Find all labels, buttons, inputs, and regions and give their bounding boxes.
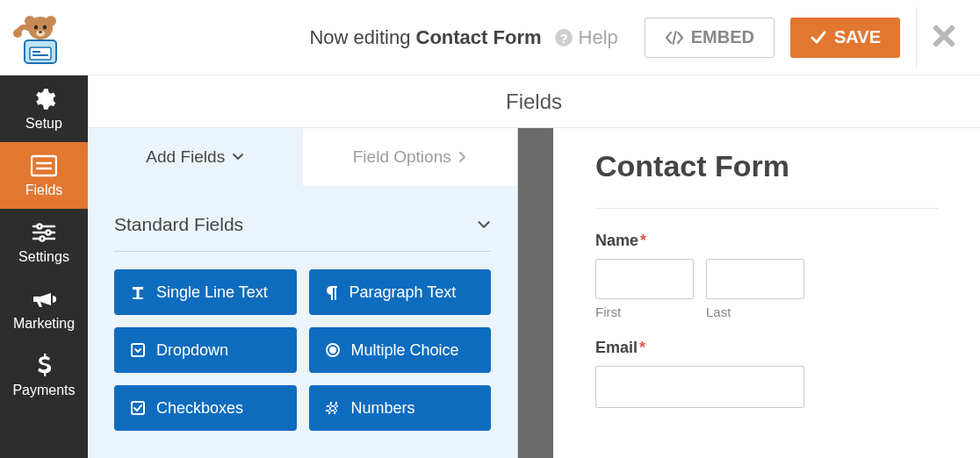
sliders-icon xyxy=(0,219,88,246)
topbar-divider xyxy=(916,7,917,68)
sidebar-item-label: Payments xyxy=(0,383,88,398)
sidebar-item-label: Setup xyxy=(0,116,88,132)
svg-text:?: ? xyxy=(559,31,567,45)
preview-title: Contact Form xyxy=(595,149,938,183)
sidebar-item-payments[interactable]: Payments xyxy=(0,342,88,409)
first-sublabel: First xyxy=(595,304,694,319)
editing-prefix: Now editing xyxy=(309,26,415,48)
fields-icon xyxy=(0,153,88,179)
text-icon xyxy=(130,284,146,300)
standard-fields-section: Standard Fields Single Line Text Paragra… xyxy=(88,186,517,440)
svg-rect-8 xyxy=(30,47,51,60)
field-btn-label: Multiple Choice xyxy=(351,341,459,360)
sidebar-item-label: Settings xyxy=(0,249,88,265)
preview-field-name[interactable]: Name* First Last xyxy=(595,232,938,319)
required-mark: * xyxy=(639,339,645,356)
help-icon: ? xyxy=(554,28,573,47)
content-header: Fields xyxy=(88,75,980,128)
field-label-name: Name* xyxy=(595,232,938,250)
svg-point-3 xyxy=(34,25,38,29)
svg-rect-10 xyxy=(32,54,48,56)
content-body: Add Fields Field Options Standard Fields xyxy=(88,128,980,458)
app-logo xyxy=(0,11,81,65)
field-btn-multiple-choice[interactable]: Multiple Choice xyxy=(309,327,492,373)
last-name-input[interactable] xyxy=(706,259,804,299)
name-inputs: First Last xyxy=(595,259,938,319)
main-area: Setup Fields Settings Marketing xyxy=(0,75,980,458)
editing-label: Now editing Contact Form xyxy=(309,26,541,49)
field-btn-label: Paragraph Text xyxy=(349,283,457,302)
tab-label: Add Fields xyxy=(146,147,225,167)
gear-icon xyxy=(0,86,88,112)
save-button[interactable]: SAVE xyxy=(790,18,900,58)
svg-rect-27 xyxy=(132,344,144,356)
svg-rect-17 xyxy=(32,156,56,175)
top-bar: Now editing Contact Form ? Help EMBED SA… xyxy=(0,0,980,75)
sidebar-item-marketing[interactable]: Marketing xyxy=(0,276,88,342)
field-btn-dropdown[interactable]: Dropdown xyxy=(114,327,297,373)
svg-point-21 xyxy=(38,225,42,229)
svg-point-11 xyxy=(13,29,22,38)
required-mark: * xyxy=(640,232,646,249)
topbar-center: Now editing Contact Form ? Help EMBED SA… xyxy=(81,7,980,68)
svg-point-23 xyxy=(47,231,51,235)
sidebar-item-label: Marketing xyxy=(0,316,88,332)
sidebar-item-fields[interactable]: Fields xyxy=(0,142,88,209)
content-area: Fields Add Fields Field Options Standa xyxy=(88,75,980,458)
preview-field-email[interactable]: Email* xyxy=(595,339,938,408)
field-label-email: Email* xyxy=(595,339,938,357)
last-sublabel: Last xyxy=(706,304,804,319)
help-link[interactable]: ? Help xyxy=(554,26,618,49)
chevron-right-icon xyxy=(458,151,467,163)
field-btn-checkboxes[interactable]: Checkboxes xyxy=(114,385,297,431)
dropdown-icon xyxy=(130,342,146,358)
svg-point-2 xyxy=(46,16,56,26)
bullhorn-icon xyxy=(0,286,88,312)
field-btn-numbers[interactable]: Numbers xyxy=(309,385,492,431)
form-name: Contact Form xyxy=(416,26,542,48)
sidebar-item-label: Fields xyxy=(0,182,88,198)
hash-icon xyxy=(325,400,341,416)
field-btn-single-line-text[interactable]: Single Line Text xyxy=(114,269,297,315)
section-header[interactable]: Standard Fields xyxy=(114,204,491,252)
tab-label: Field Options xyxy=(353,147,451,167)
help-label: Help xyxy=(579,26,618,49)
svg-point-25 xyxy=(40,237,45,241)
check-icon xyxy=(810,30,827,46)
tab-field-options[interactable]: Field Options xyxy=(303,128,518,186)
svg-point-29 xyxy=(330,347,335,353)
fields-panel: Add Fields Field Options Standard Fields xyxy=(88,128,518,458)
field-grid: Single Line Text Paragraph Text Dropdown xyxy=(114,269,491,431)
sidebar-item-setup[interactable]: Setup xyxy=(0,75,88,142)
save-label: SAVE xyxy=(834,27,881,47)
chevron-down-icon xyxy=(232,153,244,161)
section-title: Standard Fields xyxy=(114,214,243,235)
tab-add-fields[interactable]: Add Fields xyxy=(88,128,303,186)
field-btn-label: Dropdown xyxy=(156,341,228,360)
embed-label: EMBED xyxy=(691,27,754,47)
close-button[interactable] xyxy=(933,25,968,51)
sidebar-item-settings[interactable]: Settings xyxy=(0,209,88,276)
email-input[interactable] xyxy=(595,366,804,408)
field-btn-label: Numbers xyxy=(351,399,415,418)
embed-button[interactable]: EMBED xyxy=(645,18,775,58)
field-btn-label: Checkboxes xyxy=(156,399,243,418)
svg-point-6 xyxy=(39,31,42,33)
field-btn-label: Single Line Text xyxy=(156,283,268,302)
embed-icon xyxy=(665,30,684,46)
dollar-icon xyxy=(0,353,88,379)
field-btn-paragraph-text[interactable]: Paragraph Text xyxy=(309,269,492,315)
preview-wrap: Contact Form Name* First xyxy=(518,128,980,458)
first-name-input[interactable] xyxy=(595,259,694,299)
checkbox-icon xyxy=(130,400,146,416)
svg-point-4 xyxy=(43,25,47,29)
content-header-title: Fields xyxy=(506,89,562,114)
radio-icon xyxy=(325,342,341,358)
close-icon xyxy=(933,25,955,47)
panel-tabs: Add Fields Field Options xyxy=(88,128,517,186)
preview-divider xyxy=(595,208,938,209)
chevron-down-icon xyxy=(477,220,491,230)
form-preview: Contact Form Name* First xyxy=(553,128,980,458)
svg-rect-9 xyxy=(32,51,40,53)
svg-line-14 xyxy=(673,32,675,44)
